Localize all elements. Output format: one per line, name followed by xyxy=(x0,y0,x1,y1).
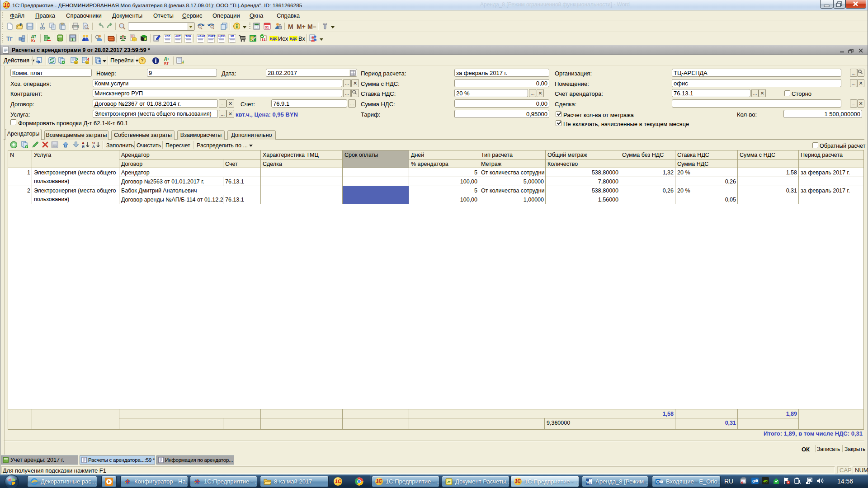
svg-text:31: 31 xyxy=(265,25,269,29)
svg-text:o: o xyxy=(752,479,755,483)
svg-text:пок: пок xyxy=(52,145,57,147)
svg-text:31: 31 xyxy=(262,38,266,41)
svg-text:?: ? xyxy=(141,58,144,63)
svg-text:O: O xyxy=(656,479,660,484)
svg-text:w: w xyxy=(586,480,590,484)
svg-text:$: $ xyxy=(72,38,74,42)
